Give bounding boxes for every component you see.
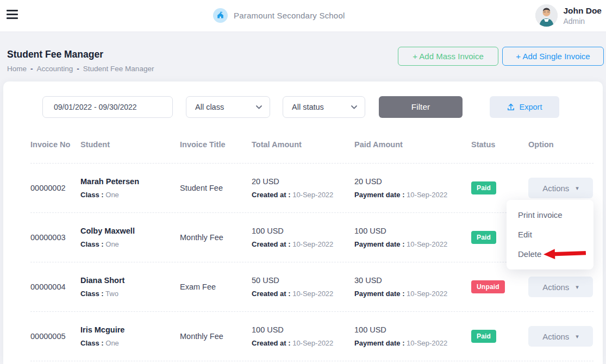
- class-filter-value: All class: [195, 103, 224, 111]
- status-badge: Paid: [471, 330, 496, 343]
- status-badge: Paid: [471, 231, 496, 244]
- breadcrumb-accounting[interactable]: Accounting: [37, 65, 73, 73]
- menu-item-edit[interactable]: Edit: [507, 225, 593, 244]
- red-annotation-arrow-icon: [543, 247, 586, 261]
- created-at-value: 10-Sep-2022: [292, 240, 333, 248]
- payment-date-value: 10-Sep-2022: [407, 290, 447, 298]
- invoice-title: Monthly Fee: [180, 332, 252, 341]
- menu-item-print-invoice[interactable]: Print invoice: [507, 205, 593, 225]
- hamburger-menu-icon[interactable]: [7, 10, 18, 22]
- student-name: Colby Maxwell: [80, 227, 180, 235]
- invoice-no: 00000003: [30, 233, 80, 242]
- created-at-label: Created at :: [252, 240, 291, 248]
- top-header: Paramount Secondary School John Doe Admi…: [0, 0, 606, 32]
- filter-bar: All class All status Filter Export: [42, 96, 559, 118]
- total-amount: 100 USD: [252, 325, 354, 334]
- payment-date-label: Payment date :: [354, 191, 404, 199]
- actions-button[interactable]: Actions▾: [528, 277, 593, 297]
- table-row: 00000005 Iris Mcguire Class : One Monthl…: [30, 312, 593, 361]
- class-value: One: [105, 191, 119, 199]
- class-label: Class :: [80, 240, 104, 248]
- col-option: Option: [528, 140, 593, 149]
- invoice-no: 00000005: [30, 332, 80, 341]
- caret-down-icon: ▾: [576, 333, 579, 340]
- chevron-down-icon: [351, 105, 357, 109]
- class-label: Class :: [80, 191, 104, 199]
- total-amount: 20 USD: [252, 177, 354, 186]
- col-total-amount: Total Amount: [252, 140, 354, 149]
- created-at-value: 10-Sep-2022: [292, 339, 333, 347]
- chevron-down-icon: [256, 105, 262, 109]
- breadcrumb-separator: -: [77, 65, 79, 73]
- school-logo-icon: [213, 8, 228, 23]
- status-filter-select[interactable]: All status: [283, 96, 365, 118]
- filter-button[interactable]: Filter: [379, 96, 463, 118]
- table-row: 00000004 Diana Short Class : Two Exam Fe…: [30, 262, 593, 312]
- class-value: One: [105, 240, 119, 248]
- actions-label: Actions: [542, 184, 569, 193]
- breadcrumb: Home-Accounting-Student Fee Manager: [7, 65, 154, 73]
- col-student: Student: [80, 140, 180, 149]
- student-name: Diana Short: [80, 276, 180, 285]
- caret-down-icon: ▾: [576, 284, 579, 291]
- school-brand: Paramount Secondary School: [213, 8, 345, 23]
- paid-amount: 100 USD: [354, 227, 471, 235]
- page-title: Student Fee Manager: [7, 49, 103, 60]
- status-badge: Unpaid: [471, 280, 505, 293]
- total-amount: 100 USD: [252, 227, 354, 235]
- payment-date-value: 10-Sep-2022: [407, 339, 447, 347]
- breadcrumb-home[interactable]: Home: [7, 65, 27, 73]
- col-invoice-no: Invoice No: [30, 140, 80, 149]
- student-name: Marah Petersen: [80, 177, 180, 186]
- class-filter-select[interactable]: All class: [186, 96, 270, 118]
- created-at-label: Created at :: [252, 339, 291, 347]
- created-at-value: 10-Sep-2022: [292, 290, 333, 298]
- col-invoice-title: Invoice Title: [180, 140, 252, 149]
- paid-amount: 20 USD: [354, 177, 471, 186]
- class-label: Class :: [80, 290, 104, 298]
- school-name: Paramount Secondary School: [234, 11, 345, 20]
- class-label: Class :: [80, 339, 104, 347]
- invoice-title: Exam Fee: [180, 283, 252, 291]
- payment-date-value: 10-Sep-2022: [407, 191, 447, 199]
- student-name: Iris Mcguire: [80, 325, 180, 334]
- invoice-no: 00000004: [30, 283, 80, 291]
- add-single-invoice-button[interactable]: + Add Single Invoice: [502, 47, 604, 66]
- user-role: Admin: [563, 16, 602, 26]
- export-button[interactable]: Export: [490, 96, 559, 118]
- created-at-value: 10-Sep-2022: [292, 191, 333, 199]
- total-amount: 50 USD: [252, 276, 354, 285]
- status-filter-value: All status: [292, 103, 324, 111]
- breadcrumb-separator: -: [30, 65, 33, 73]
- actions-label: Actions: [542, 332, 569, 341]
- upload-icon: [507, 103, 515, 111]
- actions-label: Actions: [542, 283, 569, 292]
- caret-down-icon: ▾: [576, 185, 579, 192]
- breadcrumb-current: Student Fee Manager: [83, 65, 154, 73]
- created-at-label: Created at :: [252, 191, 291, 199]
- invoice-title: Monthly Fee: [180, 233, 252, 242]
- table-header: Invoice No Student Invoice Title Total A…: [30, 140, 593, 164]
- paid-amount: 30 USD: [354, 276, 471, 285]
- actions-button[interactable]: Actions▾: [528, 326, 593, 347]
- created-at-label: Created at :: [252, 290, 291, 298]
- payment-date-label: Payment date :: [354, 240, 404, 248]
- add-mass-invoice-button[interactable]: + Add Mass Invoice: [398, 47, 498, 66]
- col-paid-amount: Paid Amount: [354, 140, 471, 149]
- status-badge: Paid: [471, 181, 496, 194]
- invoice-title: Student Fee: [180, 184, 252, 192]
- payment-date-label: Payment date :: [354, 290, 404, 298]
- invoice-no: 00000002: [30, 184, 80, 192]
- date-range-input[interactable]: [42, 96, 173, 118]
- actions-button[interactable]: Actions▾: [528, 178, 593, 198]
- class-value: Two: [105, 290, 118, 298]
- class-value: One: [105, 339, 119, 347]
- user-menu[interactable]: John Doe Admin: [535, 4, 602, 27]
- col-status: Status: [471, 140, 528, 149]
- payment-date-value: 10-Sep-2022: [407, 240, 447, 248]
- export-label: Export: [520, 103, 542, 111]
- user-name: John Doe: [563, 5, 602, 16]
- payment-date-label: Payment date :: [354, 339, 404, 347]
- paid-amount: 100 USD: [354, 325, 471, 334]
- user-avatar: [535, 4, 558, 27]
